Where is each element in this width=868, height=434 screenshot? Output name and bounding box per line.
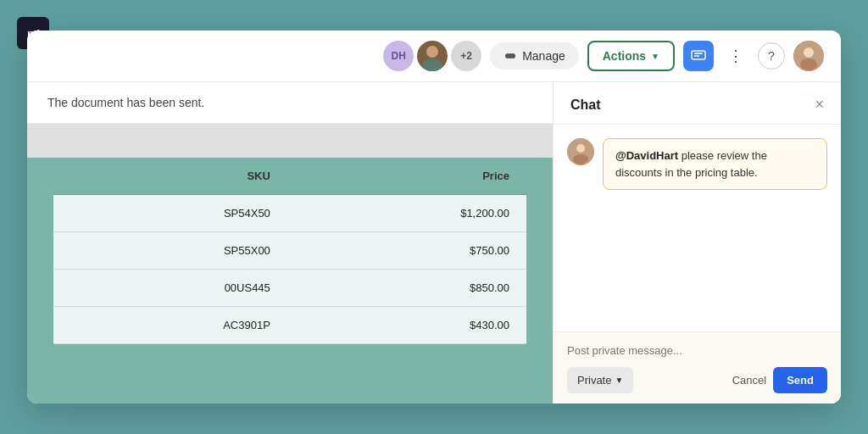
content-area: The document has been sent. SKU Price SP… xyxy=(27,82,841,403)
chat-title: Chat xyxy=(570,97,601,113)
manage-button[interactable]: Manage xyxy=(490,42,579,70)
svg-point-1 xyxy=(422,58,442,71)
message-avatar xyxy=(567,138,594,165)
main-window: DH +2 Manage Actions ▼ xyxy=(27,31,841,403)
svg-rect-5 xyxy=(692,51,705,59)
svg-point-9 xyxy=(804,47,814,58)
chat-messages: @DavidHart please review the discounts i… xyxy=(554,125,841,331)
svg-point-10 xyxy=(800,58,817,70)
col-sku: SKU xyxy=(53,158,287,195)
actions-button[interactable]: Actions ▼ xyxy=(587,41,675,71)
chevron-down-icon: ▼ xyxy=(651,52,659,61)
table-row: 00US445 $850.00 xyxy=(53,270,526,307)
price-cell: $850.00 xyxy=(287,270,526,307)
svg-point-12 xyxy=(576,144,585,153)
chevron-down-icon: ▼ xyxy=(615,376,623,385)
chat-header: Chat × xyxy=(554,82,841,125)
chat-panel: Chat × @DavidHart please review the disc… xyxy=(553,82,841,403)
chat-icon-button[interactable] xyxy=(683,41,714,71)
chat-icon xyxy=(691,50,706,62)
price-cell: $750.00 xyxy=(287,232,526,270)
help-button[interactable]: ? xyxy=(758,42,785,70)
person-icon xyxy=(417,41,448,71)
document-panel: The document has been sent. SKU Price SP… xyxy=(27,82,553,403)
avatar-photo1 xyxy=(417,41,448,71)
avatar-count: +2 xyxy=(451,41,481,71)
chat-actions-row: Private ▼ Cancel Send xyxy=(567,367,827,393)
avatar-group: DH +2 xyxy=(383,41,481,71)
message-bubble: @DavidHart please review the discounts i… xyxy=(603,138,827,190)
mention-text: @DavidHart xyxy=(615,149,678,162)
avatar-dh: DH xyxy=(383,41,414,71)
chat-close-button[interactable]: × xyxy=(815,96,824,114)
sku-cell: SP55X00 xyxy=(53,232,287,270)
chat-input-area: Private ▼ Cancel Send xyxy=(554,331,841,403)
private-button[interactable]: Private ▼ xyxy=(567,367,633,393)
sku-cell: SP54X50 xyxy=(53,195,287,232)
cancel-button[interactable]: Cancel xyxy=(732,374,766,387)
col-price: Price xyxy=(287,158,526,195)
header: DH +2 Manage Actions ▼ xyxy=(27,31,841,82)
sender-avatar-icon xyxy=(567,138,594,165)
user-avatar-photo xyxy=(793,41,824,71)
price-cell: $1,200.00 xyxy=(287,195,526,232)
doc-table-area: SKU Price SP54X50 $1,200.00 SP55X00 $750… xyxy=(27,158,553,403)
more-button[interactable]: ⋮ xyxy=(722,42,749,70)
send-button[interactable]: Send xyxy=(773,367,827,393)
table-row: SP55X00 $750.00 xyxy=(53,232,526,270)
svg-point-0 xyxy=(426,46,438,58)
doc-gray-area xyxy=(27,124,553,158)
table-row: AC3901P $430.00 xyxy=(53,307,526,344)
manage-icon xyxy=(504,49,517,63)
user-avatar[interactable] xyxy=(793,41,824,71)
svg-point-13 xyxy=(573,154,588,164)
sku-cell: AC3901P xyxy=(53,307,287,344)
price-cell: $430.00 xyxy=(287,307,526,344)
sku-cell: 00US445 xyxy=(53,270,287,307)
pricing-table: SKU Price SP54X50 $1,200.00 SP55X00 $750… xyxy=(53,158,526,344)
chat-input[interactable] xyxy=(567,344,827,357)
table-row: SP54X50 $1,200.00 xyxy=(53,195,526,232)
chat-message: @DavidHart please review the discounts i… xyxy=(567,138,827,190)
document-sent-bar: The document has been sent. xyxy=(27,82,553,124)
